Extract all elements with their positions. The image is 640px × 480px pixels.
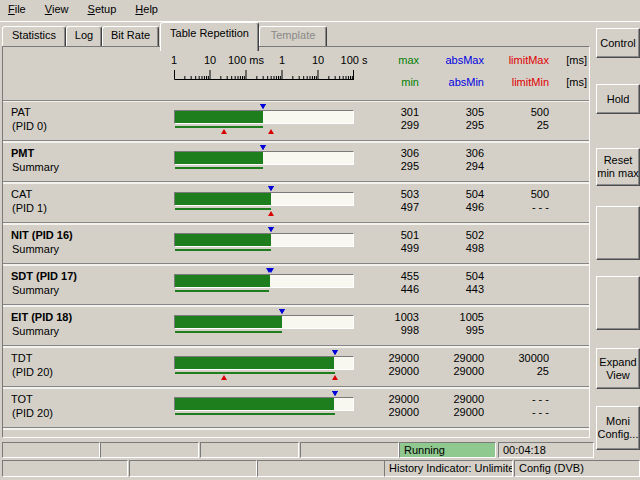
row-subtitle: (PID 20) — [12, 366, 53, 378]
absmax-marker — [260, 145, 266, 150]
moni-config-button[interactable]: Moni Config... — [596, 406, 640, 450]
table-row[interactable]: EIT (PID 18) Summary 1003 1005 998 995 — [3, 307, 589, 345]
row-name: SDT (PID 17) — [11, 270, 77, 282]
bar-track — [174, 192, 354, 206]
row-name: CAT — [11, 188, 32, 200]
row-divider — [3, 427, 589, 430]
col-header-min: min — [349, 76, 419, 88]
row-name: TDT — [11, 352, 32, 364]
tab-log[interactable]: Log — [66, 26, 102, 48]
value-limitmax: - - - — [479, 393, 549, 405]
expand-view-button[interactable]: Expand View — [596, 348, 640, 389]
value-min: 295 — [349, 160, 419, 172]
value-limitmax: 500 — [479, 106, 549, 118]
value-limitmax: 30000 — [479, 352, 549, 364]
value-absmin: 295 — [414, 119, 484, 131]
value-absmax: 29000 — [414, 393, 484, 405]
value-limitmin: - - - — [479, 201, 549, 213]
value-min: 497 — [349, 201, 419, 213]
table-row[interactable]: PMT Summary 306 306 295 294 — [3, 143, 589, 181]
limitmax-marker — [332, 375, 338, 380]
min-bar-line — [175, 413, 335, 415]
hold-button[interactable]: Hold — [596, 84, 640, 114]
value-absmin: 29000 — [414, 365, 484, 377]
value-absmax: 504 — [414, 188, 484, 200]
status-panel-empty — [100, 442, 199, 458]
tab-table-repetition[interactable]: Table Repetition — [160, 22, 259, 51]
repetition-bar — [174, 389, 354, 427]
value-absmax: 305 — [414, 106, 484, 118]
value-max: 29000 — [349, 393, 419, 405]
menu-help[interactable]: Help — [127, 0, 166, 21]
time-scale-labels: 1 10 100 ms 1 10 100 s — [174, 54, 354, 66]
value-min: 29000 — [349, 406, 419, 418]
value-absmax: 1005 — [414, 311, 484, 323]
scale-label: 10 — [312, 54, 324, 66]
menu-file[interactable]: File — [0, 0, 34, 21]
table-row[interactable]: PAT (PID 0) 301 305 500 299 295 25 — [3, 102, 589, 140]
absmax-marker — [279, 309, 285, 314]
status-panel-empty — [300, 442, 399, 458]
limitmax-marker — [268, 129, 274, 134]
bar-track — [174, 315, 354, 329]
repetition-bar — [174, 143, 354, 181]
min-bar-line — [175, 249, 271, 251]
limitmin-marker — [221, 129, 227, 134]
bar-track — [174, 110, 354, 124]
repetition-bar — [174, 307, 354, 345]
value-limitmin: 25 — [479, 365, 549, 377]
tab-template[interactable]: Template — [259, 26, 327, 48]
bar-track — [174, 151, 354, 165]
row-subtitle: Summary — [12, 325, 59, 337]
value-min: 299 — [349, 119, 419, 131]
col-header-absmax: absMax — [414, 54, 484, 66]
bar-fill — [175, 152, 263, 164]
bar-fill — [175, 275, 270, 287]
bar-fill — [175, 193, 271, 205]
bar-fill — [175, 234, 271, 246]
absmax-marker — [268, 227, 274, 232]
value-absmin: 496 — [414, 201, 484, 213]
value-absmin: 498 — [414, 242, 484, 254]
row-subtitle: Summary — [12, 284, 59, 296]
min-bar-line — [175, 290, 269, 292]
tab-statistics[interactable]: Statistics — [2, 26, 66, 48]
table-header: 1 10 100 ms 1 10 100 s max absMax limitM… — [3, 47, 589, 100]
control-button[interactable]: Control — [596, 28, 640, 58]
blank-softkey — [596, 276, 640, 330]
status-panel-empty — [2, 460, 128, 477]
table-row[interactable]: SDT (PID 17) Summary 455 504 446 443 — [3, 266, 589, 304]
col-header-max: max — [349, 54, 419, 66]
table-rows: PAT (PID 0) 301 305 500 299 295 25 PMT S… — [3, 102, 589, 430]
scale-label: 100 ms — [228, 54, 264, 66]
bar-track — [174, 233, 354, 247]
tab-bit-rate[interactable]: Bit Rate — [102, 26, 159, 48]
menu-view[interactable]: View — [37, 0, 77, 21]
table-row[interactable]: TOT (PID 20) 29000 29000 - - - 29000 290… — [3, 389, 589, 427]
scale-label: 1 — [279, 54, 285, 66]
table-row[interactable]: TDT (PID 20) 29000 29000 30000 29000 290… — [3, 348, 589, 386]
absmax-marker — [260, 104, 266, 109]
min-bar-line — [175, 167, 263, 169]
elapsed-time: 00:04:18 — [498, 442, 594, 458]
value-max: 29000 — [349, 352, 419, 364]
menu-setup[interactable]: Setup — [80, 0, 125, 21]
row-subtitle: (PID 20) — [12, 407, 53, 419]
table-row[interactable]: NIT (PID 16) Summary 501 502 499 498 — [3, 225, 589, 263]
value-max: 501 — [349, 229, 419, 241]
repetition-bar — [174, 225, 354, 263]
absmax-marker — [268, 268, 274, 273]
run-state-indicator: Running — [399, 442, 496, 458]
value-min: 998 — [349, 324, 419, 336]
value-max: 301 — [349, 106, 419, 118]
reset-min-max-button[interactable]: Reset min max — [596, 148, 640, 186]
value-min: 499 — [349, 242, 419, 254]
config-indicator: Config (DVB) — [514, 460, 640, 477]
ts-analyzer-window: File View Setup Help Statistics Log Bit … — [0, 0, 640, 480]
col-header-absmin: absMin — [414, 76, 484, 88]
value-absmax: 306 — [414, 147, 484, 159]
bar-fill — [175, 316, 282, 328]
row-subtitle: Summary — [12, 161, 59, 173]
repetition-bar — [174, 102, 354, 140]
table-row[interactable]: CAT (PID 1) 503 504 500 497 496 - - - — [3, 184, 589, 222]
